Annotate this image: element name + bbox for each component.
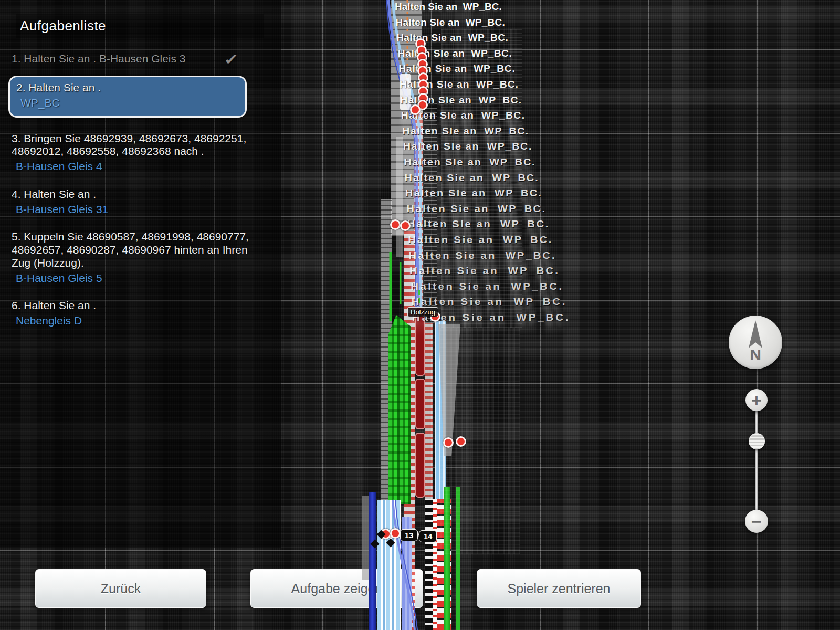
task-text: 3. Bringen Sie 48692939, 48692673, 48692… (12, 132, 249, 159)
map-glitch-text-row: Halten Sie an WP_BC. (406, 203, 546, 215)
zoom-in-button[interactable]: + (746, 389, 768, 411)
map-glitch-text-row: Halten Sie an WP_BC. (411, 281, 563, 292)
map-glitch-text-row: Halten Sie an WP_BC. (403, 141, 532, 152)
task-list-panel: Aufgabenliste 1. Halten Sie an . B-Hause… (0, 0, 281, 548)
map-glitch-text-row: Halten Sie an WP_BC. (404, 156, 536, 168)
task-text: 2. Halten Sie an . (16, 81, 239, 94)
task-link-gleis-5[interactable]: B-Hausen Gleis 5 (12, 272, 249, 285)
panel-titlebar: Aufgabenliste (16, 14, 264, 38)
task-link-nebengleis-d[interactable]: Nebengleis D (12, 314, 249, 328)
back-button[interactable]: Zurück (35, 569, 206, 608)
task-text: 6. Halten Sie an . (12, 299, 249, 312)
map-glitch-text-row: Halten Sie an WP_BC. (402, 125, 529, 137)
compass-button[interactable]: N (729, 316, 782, 369)
train-marker-icon (443, 437, 454, 448)
map-glitch-text-row: Halten Sie an WP_BC. (395, 1, 502, 13)
task-item-3[interactable]: 3. Bringen Sie 48692939, 48692673, 48692… (12, 132, 249, 173)
task-item-2-selected[interactable]: 2. Halten Sie an . WP_BC (8, 76, 247, 118)
zoom-out-button[interactable]: − (745, 510, 768, 533)
task-link-wp-bc[interactable]: WP_BC (16, 97, 239, 110)
task-text: 4. Halten Sie an . (12, 188, 249, 201)
map-glitch-text-row: Halten Sie an WP_BC. (405, 187, 542, 199)
map-glitch-text-row: Halten Sie an WP_BC. (396, 17, 505, 28)
map-glitch-text-row: Halten Sie an WP_BC. (409, 250, 556, 261)
check-icon: ✓ (224, 52, 239, 67)
zoom-slider-handle[interactable] (749, 433, 765, 449)
map-glitch-text-row: Halten Sie an WP_BC. (410, 265, 560, 277)
train-marker-icon (410, 104, 421, 115)
task-text: 1. Halten Sie an . B-Hausen Gleis 3 (12, 52, 186, 66)
task-link-gleis-31[interactable]: B-Hausen Gleis 31 (12, 203, 249, 216)
map-glitch-text-row: Halten Sie an WP_BC. (408, 234, 553, 246)
task-item-5[interactable]: 5. Kuppeln Sie 48690587, 48691998, 48690… (12, 230, 249, 285)
train-marker-icon (400, 220, 411, 231)
task-list: 1. Halten Sie an . B-Hausen Gleis 3 ✓ 2.… (12, 48, 249, 328)
map-glitch-text-row: Halten Sie an WP_BC. (411, 296, 567, 308)
train-marker-icon (456, 436, 466, 447)
train-marker-icon (390, 528, 401, 539)
zoom-slider-track[interactable] (755, 400, 758, 521)
map-glitch-text-row: Halten Sie an WP_BC. (397, 48, 512, 59)
train-name-label[interactable]: Holzzug (407, 307, 438, 317)
map-glitch-text-row: Halten Sie an WP_BC. (397, 32, 509, 44)
signal-badge: 13 (400, 529, 418, 541)
signal-badge: 14 (419, 530, 437, 542)
task-item-1[interactable]: 1. Halten Sie an . B-Hausen Gleis 3 ✓ (12, 52, 249, 67)
task-item-6[interactable]: 6. Halten Sie an . Nebengleis D (12, 299, 249, 328)
task-item-4[interactable]: 4. Halten Sie an . B-Hausen Gleis 31 (12, 188, 249, 216)
map-glitch-text-row: Halten Sie an WP_BC. (405, 172, 539, 184)
game-screen: Zurück Aufgabe zeigen Spieler zentrieren… (0, 0, 840, 630)
task-link-gleis-4[interactable]: B-Hausen Gleis 4 (12, 160, 249, 173)
railway-map-glitch-column[interactable]: Halten Sie an WP_BC.Halten Sie an WP_BC.… (362, 0, 530, 630)
page-title: Aufgabenliste (20, 18, 106, 34)
train-marker-icon (390, 219, 401, 230)
task-text: 5. Kuppeln Sie 48690587, 48691998, 48690… (12, 230, 249, 269)
compass-north-label: N (729, 346, 782, 364)
map-glitch-text-row: Halten Sie an WP_BC. (400, 79, 519, 90)
map-glitch-text-row: Halten Sie an WP_BC. (407, 218, 550, 230)
map-glitch-text-row: Halten Sie an WP_BC. (398, 63, 515, 75)
